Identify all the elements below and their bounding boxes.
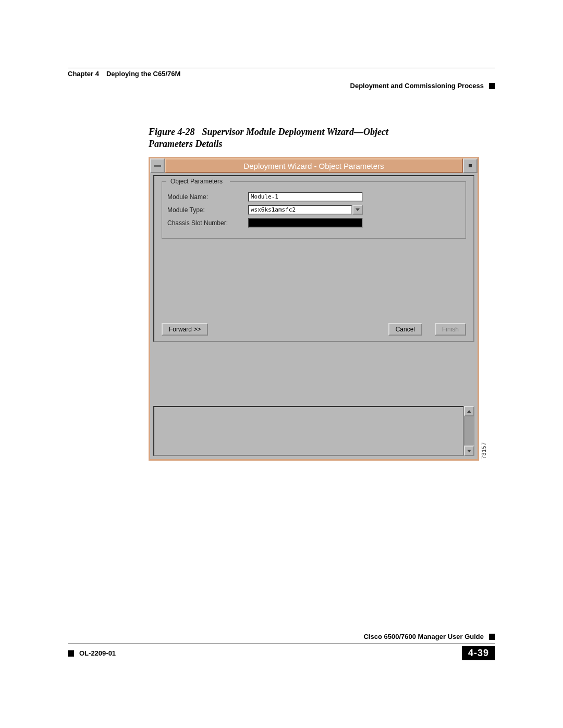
label-module-type: Module Type: [167,206,248,214]
arrow-down-icon [467,450,471,452]
row-module-type: Module Type: wsx6ks1amsfc2 [167,205,460,215]
row-module-name: Module Name: Module-1 [167,192,460,202]
scroll-down-button[interactable] [464,446,474,456]
log-scrollbar[interactable] [464,406,474,456]
doc-id: OL-2209-01 [79,649,116,657]
chevron-down-icon [356,208,360,211]
page-header: Chapter 4 Deploying the C65/76M [68,70,495,78]
label-chassis-slot: Chassis Slot Number: [167,219,248,227]
main-panel: Object Parameters Module Name: Module-1 … [153,175,474,342]
scroll-up-button[interactable] [464,406,474,416]
page-number: 4-39 [462,646,495,660]
object-parameters-fieldset: Object Parameters Module Name: Module-1 … [162,181,466,239]
guide-title: Cisco 6500/7600 Manager User Guide [363,633,484,640]
cancel-button[interactable]: Cancel [388,323,422,336]
dot-icon [469,164,472,167]
log-textarea[interactable] [153,406,464,456]
titlebar: Deployment Wizard - Object Parameters [150,158,478,173]
input-module-type[interactable]: wsx6ks1amsfc2 [248,205,352,215]
chapter-title: Deploying the C65/76M [106,70,180,78]
window-title: Deployment Wizard - Object Parameters [165,158,463,173]
page-footer: Cisco 6500/7600 Manager User Guide OL-22… [68,633,495,660]
window-minimize-button[interactable] [463,158,478,173]
fieldset-legend: Object Parameters [168,178,225,185]
dropdown-button-module-type[interactable] [352,205,363,215]
input-module-name[interactable]: Module-1 [248,192,363,202]
wizard-window: Deployment Wizard - Object Parameters Ob… [149,157,479,461]
chapter-label: Chapter 4 [68,70,99,78]
figure-label: Figure 4-28 [149,127,195,137]
footer-rule [68,644,495,644]
header-marker-icon [489,83,495,89]
log-pane [153,406,474,456]
footer-marker-icon [489,634,495,640]
arrow-up-icon [467,410,471,413]
forward-button[interactable]: Forward >> [162,323,208,336]
footer-marker-icon-2 [68,650,74,657]
dash-icon [154,165,161,167]
figure-caption: Figure 4-28Supervisor Module Deployment … [149,126,430,150]
scroll-track[interactable] [464,416,474,446]
row-chassis-slot: Chassis Slot Number: [167,218,460,228]
image-id: 73157 [481,442,487,459]
finish-button: Finish [435,323,466,336]
header-rule [68,68,495,68]
label-module-name: Module Name: [167,193,248,201]
input-chassis-slot[interactable] [248,218,363,228]
window-menu-button[interactable] [150,158,165,173]
section-title: Deployment and Commissioning Process [350,82,484,90]
wizard-buttons: Forward >> Cancel Finish [154,323,473,336]
page-subheader: Deployment and Commissioning Process [68,82,495,90]
